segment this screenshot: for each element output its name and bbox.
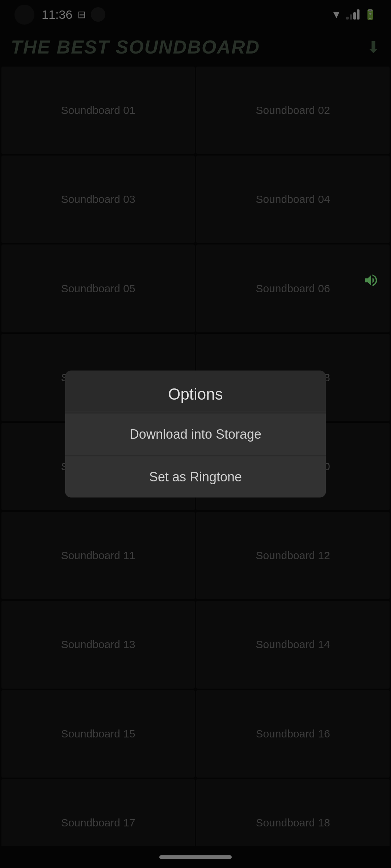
set-as-ringtone-button[interactable]: Set as Ringtone: [65, 456, 326, 498]
volume-icon: [362, 272, 380, 292]
options-modal: Options Download into Storage Set as Rin…: [65, 371, 326, 498]
download-into-storage-button[interactable]: Download into Storage: [65, 414, 326, 455]
modal-divider: [65, 412, 326, 412]
modal-title: Options: [65, 371, 326, 412]
